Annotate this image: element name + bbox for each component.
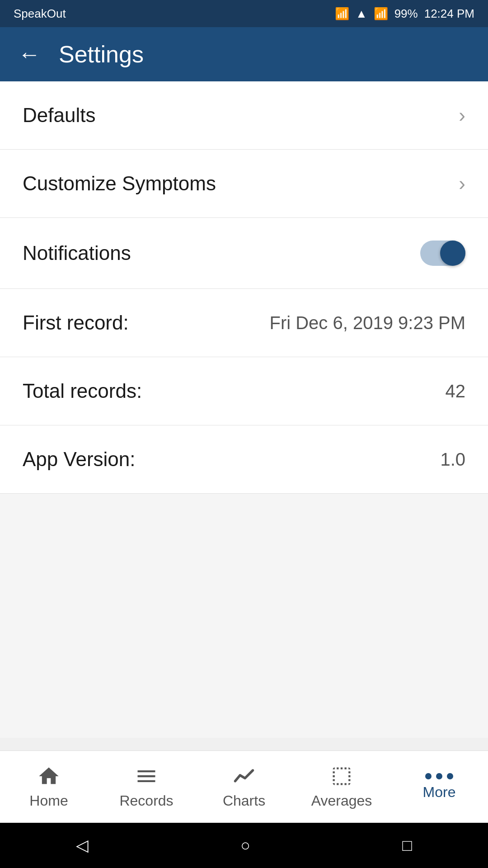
defaults-item[interactable]: Defaults › bbox=[0, 81, 488, 150]
page-title: Settings bbox=[59, 41, 144, 68]
first-record-value: Fri Dec 6, 2019 9:23 PM bbox=[269, 313, 465, 333]
notifications-toggle[interactable] bbox=[420, 241, 465, 266]
nav-item-records[interactable]: Records bbox=[98, 764, 195, 809]
customize-symptoms-label: Customize Symptoms bbox=[23, 172, 216, 195]
back-icon: ← bbox=[18, 41, 41, 67]
app-version-value: 1.0 bbox=[440, 449, 465, 470]
charts-nav-label: Charts bbox=[223, 793, 265, 809]
first-record-item: First record: Fri Dec 6, 2019 9:23 PM bbox=[0, 289, 488, 357]
status-bar: SpeakOut 📶 ▲ 📶 99% 12:24 PM bbox=[0, 0, 488, 27]
android-back-icon[interactable]: ◁ bbox=[76, 836, 89, 855]
nav-item-charts[interactable]: Charts bbox=[195, 764, 293, 809]
defaults-chevron-icon: › bbox=[459, 104, 465, 127]
home-icon bbox=[37, 764, 61, 788]
signal-icon: ▲ bbox=[356, 7, 367, 21]
empty-content-area bbox=[0, 494, 488, 738]
notifications-label: Notifications bbox=[23, 242, 131, 264]
android-recents-icon[interactable]: □ bbox=[402, 836, 412, 855]
status-icons: 📶 ▲ 📶 99% 12:24 PM bbox=[335, 7, 474, 21]
carrier-label: SpeakOut bbox=[14, 7, 66, 21]
records-icon bbox=[135, 764, 158, 788]
notifications-item: Notifications bbox=[0, 218, 488, 289]
header: ← Settings bbox=[0, 27, 488, 81]
app-version-label: App Version: bbox=[23, 448, 136, 471]
nav-item-home[interactable]: Home bbox=[0, 764, 98, 809]
bluetooth-icon: 📶 bbox=[335, 7, 349, 21]
first-record-label: First record: bbox=[23, 311, 129, 334]
customize-symptoms-chevron-icon: › bbox=[459, 172, 465, 195]
total-records-value: 42 bbox=[446, 381, 466, 401]
battery-label: 99% bbox=[394, 7, 418, 21]
records-nav-label: Records bbox=[119, 793, 173, 809]
total-records-label: Total records: bbox=[23, 380, 142, 402]
more-nav-label: More bbox=[423, 784, 456, 801]
averages-icon bbox=[330, 764, 353, 788]
nav-item-averages[interactable]: Averages bbox=[293, 764, 390, 809]
settings-content: Defaults › Customize Symptoms › Notifica… bbox=[0, 81, 488, 494]
total-records-item: Total records: 42 bbox=[0, 357, 488, 425]
time-label: 12:24 PM bbox=[424, 7, 474, 21]
toggle-track bbox=[420, 241, 465, 266]
customize-symptoms-item[interactable]: Customize Symptoms › bbox=[0, 150, 488, 218]
defaults-label: Defaults bbox=[23, 104, 95, 127]
nav-item-more[interactable]: More bbox=[390, 773, 488, 801]
back-button[interactable]: ← bbox=[18, 41, 41, 67]
android-nav-bar: ◁ ○ □ bbox=[0, 823, 488, 868]
charts-icon bbox=[232, 764, 256, 788]
bottom-nav: Home Records Charts Averages More bbox=[0, 750, 488, 823]
home-nav-label: Home bbox=[29, 793, 68, 809]
wifi-icon: 📶 bbox=[374, 7, 388, 21]
toggle-thumb bbox=[440, 241, 465, 266]
app-version-item: App Version: 1.0 bbox=[0, 425, 488, 494]
more-icon bbox=[425, 773, 453, 779]
averages-nav-label: Averages bbox=[311, 793, 372, 809]
android-home-icon[interactable]: ○ bbox=[240, 836, 250, 855]
